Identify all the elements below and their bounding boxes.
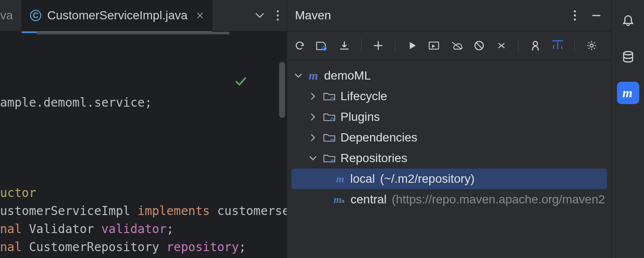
maven-m-icon: m (309, 69, 318, 83)
node-label: Plugins (340, 110, 380, 124)
repo-path: (~/.m2/repository) (380, 172, 474, 186)
chevron-right-icon[interactable] (308, 113, 318, 121)
code-editor[interactable]: ample.demoml.service; uctorustomerServic… (0, 31, 287, 258)
folder-lib-icon (323, 132, 335, 143)
toolbar-separator (361, 39, 361, 52)
code-line[interactable] (0, 130, 287, 148)
folder-down-icon (323, 153, 335, 163)
reload-icon[interactable] (292, 38, 307, 53)
svg-point-0 (277, 10, 279, 12)
maven-tool-window: Maven (287, 0, 611, 258)
code-line[interactable]: nal CustomerRepository repository; (0, 238, 287, 256)
svg-point-9 (533, 41, 538, 46)
toggle-offline-icon[interactable] (450, 38, 464, 53)
svg-point-4 (574, 15, 576, 17)
chevron-down-icon[interactable] (308, 154, 318, 162)
svg-point-13 (623, 52, 632, 55)
maven-repositories-node[interactable]: Repositories (287, 148, 611, 169)
chevron-down-icon[interactable] (293, 72, 304, 80)
svg-point-5 (574, 18, 576, 21)
svg-point-1 (277, 15, 279, 17)
code-line[interactable]: nal Validator validator; (0, 220, 287, 238)
inspection-ok-icon[interactable] (235, 40, 278, 124)
code-line[interactable] (0, 148, 287, 166)
maven-project-node[interactable]: m demoML (287, 65, 611, 86)
toolbar-separator (574, 39, 575, 52)
maven-lifecycle-node[interactable]: Lifecycle (287, 86, 611, 107)
folder-gear-icon (323, 112, 335, 122)
editor-pane: va C CustomerServiceImpl.java ample.demo… (0, 0, 287, 258)
notifications-icon[interactable] (617, 9, 639, 32)
skip-tests-icon[interactable] (472, 38, 486, 53)
repo-name: local (350, 172, 375, 186)
maven-project-label: demoML (324, 69, 371, 83)
analyze-dependencies-icon[interactable] (550, 38, 565, 53)
maven-title: Maven (295, 9, 561, 22)
node-label: Dependencies (340, 131, 417, 144)
svg-point-10 (590, 44, 593, 47)
maven-header: Maven (287, 0, 611, 31)
maven-repo-central[interactable]: m≡ central (https://repo.maven.apache.or… (287, 189, 611, 210)
code-line[interactable] (0, 166, 287, 184)
editor-tab-label: va (0, 9, 13, 22)
editor-tabbar: va C CustomerServiceImpl.java (0, 0, 287, 31)
minimize-icon[interactable] (589, 8, 604, 23)
more-vertical-icon[interactable] (568, 8, 582, 23)
close-tab-icon[interactable] (196, 12, 204, 19)
folder-gear-icon (323, 91, 335, 101)
run-icon[interactable] (405, 38, 419, 53)
chevron-right-icon[interactable] (308, 92, 318, 100)
chevron-right-icon[interactable] (308, 134, 318, 141)
download-sources-icon[interactable] (337, 38, 352, 53)
editor-tab-active[interactable]: C CustomerServiceImpl.java (21, 0, 213, 31)
maven-dependencies-node[interactable]: Dependencies (287, 127, 611, 148)
svg-point-3 (574, 10, 576, 12)
maven-m-icon: m (336, 173, 344, 185)
generate-sources-icon[interactable] (315, 38, 329, 53)
database-icon[interactable] (617, 46, 639, 68)
toolbar-separator (395, 39, 395, 52)
repo-name: central (351, 193, 387, 206)
collapse-all-icon[interactable] (494, 38, 509, 53)
maven-plugins-node[interactable]: Plugins (287, 107, 611, 127)
run-config-icon[interactable] (427, 38, 442, 53)
svg-point-2 (277, 18, 279, 21)
maven-m-icon: m≡ (334, 194, 345, 206)
more-vertical-icon[interactable] (276, 10, 279, 21)
editor-tabbar-actions (255, 10, 287, 21)
editor-tab-label: CustomerServiceImpl.java (47, 9, 188, 22)
code-line[interactable] (0, 256, 287, 258)
node-label: Lifecycle (340, 89, 387, 103)
chevron-down-icon[interactable] (255, 11, 264, 20)
code-line[interactable]: ustomerServiceImpl implements customerse… (0, 202, 287, 220)
show-dependencies-icon[interactable] (528, 38, 543, 53)
maven-repo-local[interactable]: m local (~/.m2/repository) (292, 169, 607, 189)
maven-tool-icon[interactable]: m (617, 82, 639, 104)
repo-url: (https://repo.maven.apache.org/maven2 (392, 193, 605, 206)
code-line[interactable]: uctor (0, 184, 287, 202)
maven-toolbar (287, 31, 611, 60)
class-file-icon: C (30, 10, 41, 21)
add-icon[interactable] (371, 38, 386, 53)
toolbar-separator (518, 39, 519, 52)
settings-icon[interactable] (584, 38, 599, 53)
node-label: Repositories (340, 151, 407, 165)
editor-tab-previous[interactable]: va (0, 0, 21, 31)
right-tool-stripe: m (611, 0, 644, 258)
maven-tree: m demoML Lifecycle Plugins Dependencies … (287, 60, 611, 258)
editor-scrollbar[interactable] (279, 62, 285, 118)
